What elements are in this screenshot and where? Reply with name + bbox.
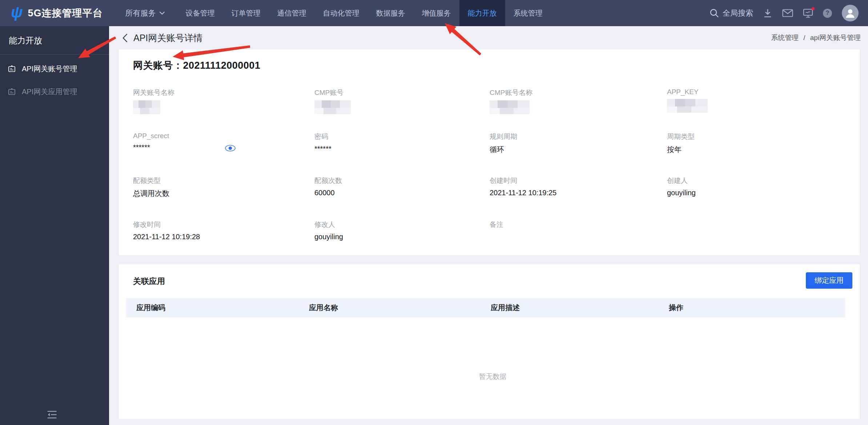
breadcrumb-item[interactable]: 系统管理 xyxy=(771,33,799,43)
field-value: gouyiling xyxy=(667,189,860,197)
page-title: API网关账号详情 xyxy=(133,32,202,44)
chevron-left-icon xyxy=(122,33,128,43)
table-column-header: 应用名称 xyxy=(309,303,491,313)
monitor-button[interactable] xyxy=(803,8,813,18)
field: 备注 xyxy=(490,220,667,264)
field-label: CMP账号 xyxy=(314,88,490,97)
field-label: APP_KEY xyxy=(667,88,860,96)
all-services-label: 所有服务 xyxy=(125,8,156,18)
detail-card: 网关账号：20211112000001 网关账号名称CMP账号CMP账号名称AP… xyxy=(119,49,860,255)
breadcrumb: 系统管理/api网关账号管理 xyxy=(771,33,861,43)
sidebar-item-label: API网关应用管理 xyxy=(22,87,77,97)
breadcrumb-item[interactable]: api网关账号管理 xyxy=(810,33,861,43)
sidebar-item-API网关账号管理[interactable]: API网关账号管理 xyxy=(0,57,109,80)
field-label: 创建人 xyxy=(667,176,860,185)
field-value: ****** xyxy=(133,143,314,152)
field: 密码****** xyxy=(314,132,490,176)
field-label: 规则周期 xyxy=(490,132,667,141)
field: 修改人gouyiling xyxy=(314,220,490,264)
top-nav: ψ 5G连接管理平台 所有服务 设备管理订单管理通信管理自动化管理数据服务增值服… xyxy=(0,0,868,26)
user-avatar[interactable] xyxy=(842,5,859,21)
field-value: 总调用次数 xyxy=(133,189,314,199)
field-label: 创建时间 xyxy=(490,176,667,185)
field-label: CMP账号名称 xyxy=(490,88,667,97)
user-icon xyxy=(845,8,856,19)
field-label: 周期类型 xyxy=(667,132,860,141)
nav-item-自动化管理[interactable]: 自动化管理 xyxy=(315,0,368,26)
empty-state: 暂无数据 xyxy=(133,317,852,381)
mail-button[interactable] xyxy=(782,9,793,17)
field: APP_screct****** xyxy=(133,132,314,176)
breadcrumb-separator: / xyxy=(803,34,805,42)
redacted-value xyxy=(133,100,160,114)
global-search-label: 全局搜索 xyxy=(723,8,753,18)
chevron-down-icon xyxy=(159,11,165,15)
app-title: 5G连接管理平台 xyxy=(28,7,103,20)
clipboard-icon xyxy=(8,65,16,73)
nav-item-能力开放[interactable]: 能力开放 xyxy=(459,0,505,26)
nav-item-数据服务[interactable]: 数据服务 xyxy=(368,0,414,26)
sidebar-items: API网关账号管理API网关应用管理 xyxy=(0,55,109,103)
field-label: 备注 xyxy=(490,220,667,229)
search-icon xyxy=(710,8,719,18)
telecom-logo-icon: ψ xyxy=(11,5,23,20)
content-area: API网关账号详情 系统管理/api网关账号管理 网关账号：2021111200… xyxy=(109,26,868,425)
bind-app-button[interactable]: 绑定应用 xyxy=(806,272,852,289)
field-label: 网关账号名称 xyxy=(133,88,314,97)
sidebar: 能力开放 API网关账号管理API网关应用管理 xyxy=(0,26,109,425)
detail-fields: 网关账号名称CMP账号CMP账号名称APP_KEYAPP_screct*****… xyxy=(133,88,860,264)
gateway-account-heading: 网关账号：20211112000001 xyxy=(133,59,860,72)
clipboard-icon xyxy=(8,88,16,96)
field-value: 2021-11-12 10:19:25 xyxy=(490,189,667,197)
mail-icon xyxy=(782,9,793,17)
table-column-header: 应用编码 xyxy=(136,303,309,313)
field-value: 60000 xyxy=(314,189,490,197)
related-apps-title: 关联应用 xyxy=(133,276,852,287)
download-icon xyxy=(763,8,772,18)
field: 周期类型按年 xyxy=(667,132,860,176)
sidebar-header: 能力开放 xyxy=(0,26,109,54)
field: 修改时间2021-11-12 10:19:28 xyxy=(133,220,314,264)
monitor-icon xyxy=(803,8,813,18)
app-root: ψ 5G连接管理平台 所有服务 设备管理订单管理通信管理自动化管理数据服务增值服… xyxy=(0,0,868,425)
sidebar-item-label: API网关账号管理 xyxy=(22,64,77,74)
related-apps-card: 关联应用 绑定应用 应用编码应用名称应用描述操作 暂无数据 xyxy=(119,264,860,419)
field-label: 配额类型 xyxy=(133,176,314,185)
field-value: gouyiling xyxy=(314,233,490,241)
field-label: APP_screct xyxy=(133,132,314,140)
table-column-header: 操作 xyxy=(669,303,845,313)
redacted-value xyxy=(667,99,708,113)
field-value: ****** xyxy=(314,145,490,153)
nav-item-设备管理[interactable]: 设备管理 xyxy=(177,0,223,26)
menu-fold-icon xyxy=(47,410,57,419)
field-label: 修改人 xyxy=(314,220,490,229)
nav-item-系统管理[interactable]: 系统管理 xyxy=(505,0,551,26)
field-value: 2021-11-12 10:19:28 xyxy=(133,233,314,241)
nav-item-通信管理[interactable]: 通信管理 xyxy=(269,0,315,26)
help-button[interactable]: ? xyxy=(823,9,832,18)
download-button[interactable] xyxy=(763,8,772,18)
global-search[interactable]: 全局搜索 xyxy=(710,8,753,18)
help-icon: ? xyxy=(823,9,832,18)
sidebar-item-API网关应用管理[interactable]: API网关应用管理 xyxy=(0,80,109,103)
page-header: API网关账号详情 系统管理/api网关账号管理 xyxy=(109,26,868,49)
field-label: 配额次数 xyxy=(314,176,490,185)
field: 创建时间2021-11-12 10:19:25 xyxy=(490,176,667,220)
field: CMP账号 xyxy=(314,88,490,132)
nav-item-增值服务[interactable]: 增值服务 xyxy=(414,0,459,26)
redacted-value xyxy=(314,100,351,114)
field: 配额类型总调用次数 xyxy=(133,176,314,220)
field: 规则周期循环 xyxy=(490,132,667,176)
all-services-dropdown[interactable]: 所有服务 xyxy=(120,0,171,26)
nav-item-订单管理[interactable]: 订单管理 xyxy=(223,0,269,26)
eye-icon[interactable] xyxy=(225,144,236,153)
field-label: 修改时间 xyxy=(133,220,314,229)
field: APP_KEY xyxy=(667,88,860,132)
menu-fold-button[interactable] xyxy=(47,410,57,421)
back-button[interactable]: API网关账号详情 xyxy=(122,32,202,44)
field-value: 按年 xyxy=(667,145,860,155)
field: 网关账号名称 xyxy=(133,88,314,132)
field: 配额次数60000 xyxy=(314,176,490,220)
notification-dot xyxy=(812,7,815,10)
field: 创建人gouyiling xyxy=(667,176,860,220)
